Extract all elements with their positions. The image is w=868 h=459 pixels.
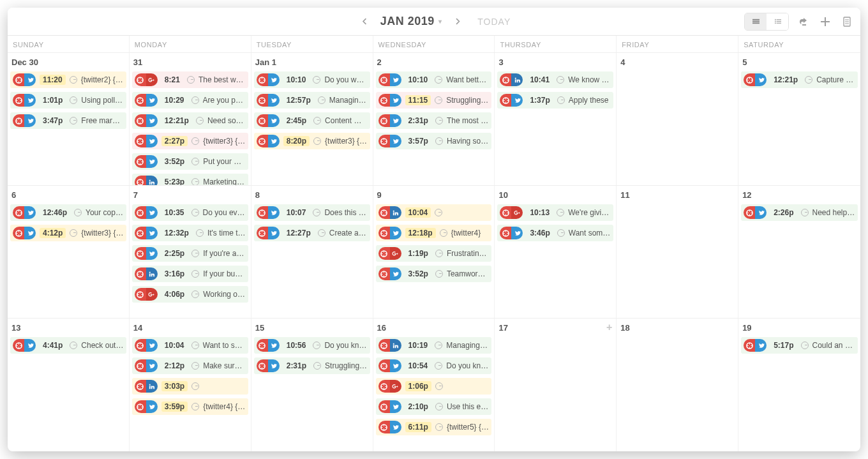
calendar-event[interactable]: 4:06pWorking on build- [132,286,248,303]
day-events: 2:26pNeed help build- [738,202,860,225]
calendar-event[interactable]: 4:12p{twitter3} {perma- [10,225,126,241]
day-cell[interactable]: Dec 30+11:20{twitter2} {perma-1:01pUsing… [8,53,130,185]
day-cell[interactable]: 6+12:46pYour copy will4:12p{twitter3} {p… [8,186,130,318]
calendar-event[interactable]: 1:01pUsing polls is a [10,92,126,109]
calendar-event[interactable]: 4:41pCheck out these [10,337,126,354]
day-label: 4 [620,57,625,67]
calendar-event[interactable]: 2:25pIf you're a solo [132,245,248,262]
calendar-event[interactable]: 3:03p [132,378,248,395]
calendar-event[interactable]: 2:12pMake sure your [132,357,248,374]
day-cell[interactable]: 13+4:41pCheck out these [8,319,130,451]
calendar-event[interactable]: 12:27pCreate a site- [254,225,370,241]
day-cell[interactable]: 10+10:13We're giving you3:46pWant some f… [495,186,617,318]
calendar-event[interactable]: 10:41We know how it [497,71,613,88]
calendar-event[interactable]: 1:06p [376,378,492,395]
calendar-event[interactable]: 3:52pPut your market- [132,153,248,170]
share-button[interactable] [797,15,811,29]
clock-icon [557,229,565,237]
event-channel-pill [378,380,401,393]
calendar-event[interactable]: 2:10pUse this email [376,398,492,415]
calendar-event[interactable]: 3:57pHaving some col- [376,133,492,149]
day-cell[interactable]: 7+10:35Do you ever won-12:32pIt's time t… [130,186,251,318]
calendar-event[interactable]: 2:26pNeed help build- [741,204,858,221]
add-button[interactable] [818,15,832,29]
day-cell[interactable]: 16+10:19Managing others10:54Do you know … [373,319,495,451]
day-cell[interactable]: 31+8:21The best way to10:29Are you part … [130,53,251,185]
calendar-event[interactable]: 12:21pNeed some [132,112,248,129]
list-view-button[interactable] [767,13,788,30]
calendar-event[interactable]: 3:59p{twitter4} {perma- [132,398,248,415]
grid-view-button[interactable] [745,13,767,30]
event-title: Want better SEO [446,75,489,84]
calendar-event[interactable]: 6:11p{twitter5} {perma- [376,419,492,435]
twitter-icon [390,421,401,433]
calendar-event[interactable]: 10:19Managing others [376,337,492,354]
target-icon [744,339,755,352]
calendar-event[interactable]: 10:35Do you ever won- [132,204,248,221]
today-button[interactable]: TODAY [477,17,511,27]
calendar-event[interactable]: 10:13We're giving you [497,204,613,221]
calendar-event[interactable]: 1:19pFrustrating with [376,245,492,262]
calendar-event[interactable]: 12:18p{twitter4} [376,225,492,241]
clock-icon [196,229,204,237]
day-cell[interactable]: 3+10:41We know how it1:37pApply these [495,53,617,185]
calendar-event[interactable]: 10:04 [376,204,492,221]
day-cell[interactable]: 12+2:26pNeed help build- [738,186,860,318]
day-cell[interactable]: 8+10:07Does this statistic12:27pCreate a… [251,186,373,318]
calendar-event[interactable]: 10:04Want to solve [132,337,248,354]
calendar-event[interactable]: 2:31pStruggling to get [254,357,370,374]
weekday-label: MONDAY [130,36,251,52]
day-cell[interactable]: 9+10:0412:18p{twitter4}1:19pFrustrating … [373,186,495,318]
event-channel-pill [378,267,401,280]
prev-month-button[interactable] [357,15,371,29]
calendar-event[interactable]: 11:20{twitter2} {perma- [10,71,126,88]
calendar-event[interactable]: 12:57pManaging a [254,92,370,109]
day-label: 12 [742,190,751,200]
calendar-event[interactable]: 2:27p{twitter3} {perma- [132,133,248,149]
event-title: Check out these [81,341,123,350]
calendar-event[interactable]: 8:21The best way to [132,71,248,88]
calendar-event[interactable]: 10:10Do you want to [254,71,370,88]
day-add-button[interactable]: + [606,322,612,333]
calendar-event[interactable]: 2:31pThe most suc- [376,112,492,129]
day-cell[interactable]: 19+5:17pCould an outdat- [738,319,860,451]
calendar-event[interactable]: 3:46pWant some free [497,225,613,241]
day-label: 18 [620,323,629,333]
calendar-event[interactable]: 12:21pCapture your [741,71,858,88]
calendar-event[interactable]: 10:07Does this statistic [254,204,370,221]
event-title: Managing others [446,341,489,350]
day-cell[interactable]: 11+ [617,186,738,318]
notes-button[interactable] [840,15,854,29]
calendar-event[interactable]: 3:16pIf your business [132,266,248,282]
day-cell[interactable]: 4+ [617,53,738,185]
day-cell[interactable]: 18+ [617,319,738,451]
calendar-event[interactable]: 2:45pContent market- [254,112,370,129]
calendar-event[interactable]: 1:37pApply these [497,92,613,109]
calendar-event[interactable]: 12:46pYour copy will [10,204,126,221]
day-cell[interactable]: 15+10:56Do you know the2:31pStruggling t… [251,319,373,451]
calendar-event[interactable]: 10:54Do you know the [376,357,492,374]
calendar-event[interactable]: 10:10Want better SEO [376,71,492,88]
day-cell[interactable]: 5+12:21pCapture your [738,53,860,185]
event-title: {twitter3} {perma- [325,137,368,146]
calendar-event[interactable]: 3:47pFree marketing [10,112,126,129]
calendar-event[interactable]: 10:29Are you part of an [132,92,248,109]
calendar-event[interactable]: 11:15Struggling to find [376,92,492,109]
calendar-event[interactable]: 8:20p{twitter3} {perma- [254,133,370,149]
calendar-event[interactable]: 5:17pCould an outdat- [741,337,858,354]
calendar-event[interactable]: 3:52pTeamwork makes [376,266,492,282]
twitter-icon [146,227,158,239]
event-channel-pill [13,227,36,239]
calendar-event[interactable]: 12:32pIt's time to mas- [132,225,248,241]
month-picker[interactable]: JAN 2019 ▾ [380,15,442,28]
day-cell[interactable]: 17+ [495,319,617,451]
calendar-event[interactable]: 10:56Do you know the [254,337,370,354]
day-cell[interactable]: 14+10:04Want to solve2:12pMake sure your… [130,319,251,451]
twitter-icon [268,73,280,86]
next-month-button[interactable] [451,15,465,29]
day-events: 10:10Do you want to12:57pManaging a2:45p… [251,69,373,153]
day-cell[interactable]: Jan 1+10:10Do you want to12:57pManaging … [251,53,373,185]
calendar-event[interactable]: 5:23pMarketing hiring [132,174,248,185]
day-cell[interactable]: 2+10:10Want better SEO11:15Struggling to… [373,53,495,185]
grid-icon [752,18,760,25]
